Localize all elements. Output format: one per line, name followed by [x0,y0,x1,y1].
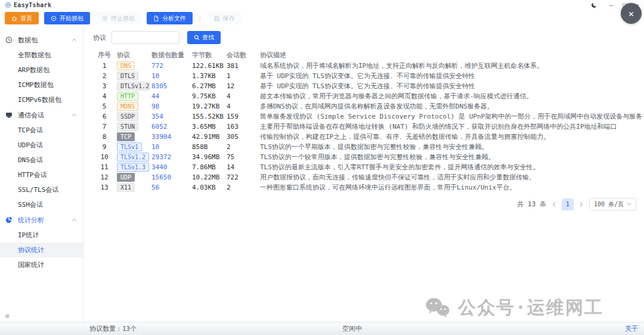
session-count-cell: 159 [225,111,259,122]
table-row: 2DTLS101.37KB1基于 UDP实现的 TLS协议变体。它为无连接、不可… [93,71,642,81]
prev-page-icon[interactable] [552,201,556,207]
session-count-cell: 163 [225,122,259,132]
sidebar-item[interactable]: 全部数据包 [0,48,83,63]
packet-count-link[interactable]: 3440 [151,163,168,171]
sidebar-item[interactable]: HTTP会话 [0,168,83,182]
minimize-button[interactable]: – [609,2,613,8]
packet-count-link[interactable]: 44 [151,92,159,100]
sidebar-item[interactable]: 协议统计 [0,243,83,258]
start-capture-button[interactable]: 开始抓包 [44,12,90,24]
packet-count-link[interactable]: 15650 [151,173,171,181]
packet-count-link[interactable]: 33904 [151,133,171,141]
sidebar-item[interactable]: TCP会话 [0,123,83,138]
next-page-icon[interactable] [579,201,584,207]
byte-count-cell: 10.22MB [191,172,225,182]
watermark-text: 公众号·运维网工 [458,296,603,320]
table-header-row: 序号协议数据包数量字节数会话数协议描述 [93,49,642,61]
protocol-description-cell: 简单服务发现协议 (Simple Service Discovery Proto… [259,111,642,122]
search-label: 协议 [93,33,106,42]
protocol-description-cell: 一种图形窗口系统协议，可在网络环境中运行远程图形界面，常用于Linux/Unix… [259,182,642,193]
table-row: 13X11564.03KB2一种图形窗口系统协议，可在网络环境中运行远程图形界面… [93,182,642,193]
protocol-cell: STUN [116,122,150,132]
app-window: EasyTshark – □ ✕ 首页 开始抓包 停止抓包 分析文件 | [0,0,644,335]
row-index: 2 [93,71,116,81]
main-panel: 协议 查找 序号协议数据包数量字节数会话数协议描述 1DNS772122.61K… [83,26,644,322]
protocol-badge: TLSv1 [117,142,142,151]
about-link[interactable]: 关于 [625,324,638,333]
byte-count-cell: 34.96MB [191,152,225,162]
byte-count-cell: 122.61KB [191,61,225,71]
sidebar-item[interactable]: SSH会话 [0,197,83,212]
packet-count-link[interactable]: 56 [151,184,159,191]
sidebar-item[interactable]: ICMPv6数据包 [0,92,83,107]
session-count-cell: 305 [225,132,259,142]
packet-count-link[interactable]: 29372 [151,153,171,161]
session-count-cell: 4 [225,101,259,111]
analyze-file-button[interactable]: 分析文件 [147,12,193,24]
byte-count-cell: 42.91MB [191,132,225,142]
stop-icon [102,15,108,21]
packet-count-cell: 6052 [150,122,191,132]
session-count-cell: 2 [225,142,259,152]
packet-count-link[interactable]: 98 [151,103,159,110]
stop-capture-button: 停止抓包 [95,12,141,24]
sidebar-group-1[interactable]: 通信会话 [0,107,83,123]
packet-count-link[interactable]: 354 [151,113,163,120]
row-index: 8 [93,132,116,142]
packet-count-cell: 8305 [150,81,191,91]
table-row: 12UDP1565010.22MB722用户数据报协议，面向无连接，传输速度快但… [93,172,642,182]
sidebar-group-0[interactable]: 数据包 [0,32,83,48]
save-button: 保存 [208,12,242,24]
sidebar-item[interactable]: ARP数据包 [0,63,83,77]
protocol-description-cell: TLS协议的一个早期版本，提供数据加密与完整性校验，兼容性与安全性兼顾。 [259,142,642,152]
sidebar-item[interactable]: DNS会话 [0,153,83,168]
packet-count-cell: 3440 [150,162,191,172]
byte-count-cell: 19.27KB [191,101,225,111]
packet-count-link[interactable]: 8305 [151,82,168,90]
idle-status: 空闲中 [342,324,362,333]
row-index: 5 [93,101,116,111]
home-button[interactable]: 首页 [5,12,39,24]
moon-icon [591,2,597,8]
byte-count-cell: 4.03KB [191,182,225,193]
protocol-description-cell: 传输控制协议，构建在IP之上，提供可靠、有序、无差错的数据传输，并具备流量与拥塞… [259,132,642,142]
sidebar-group-label: 数据包 [18,36,72,45]
sidebar-item[interactable]: IP统计 [0,228,83,243]
session-count-cell: 2 [225,182,259,193]
collapse-sidebar-icon[interactable]: ≡ [5,312,10,320]
column-header: 会话数 [225,49,259,61]
packet-count-link[interactable]: 10 [151,72,159,80]
column-header: 序号 [93,49,116,61]
packet-count-link[interactable]: 6052 [151,123,168,131]
search-button[interactable]: 查找 [187,31,221,44]
row-index: 10 [93,152,116,162]
protocol-search-input[interactable] [112,31,179,44]
byte-count-cell: 155.52KB [191,111,225,122]
session-count-cell: 1 [225,71,259,81]
sidebar-item[interactable]: UDP会话 [0,138,83,153]
sidebar-group-2[interactable]: 统计分析 [0,212,83,228]
page-number[interactable]: 1 [562,198,574,210]
status-bar: 协议数量：13个 空闲中 关于 [0,322,644,335]
protocol-cell: DTLSv1.2 [116,81,150,91]
packet-count-link[interactable]: 772 [151,62,163,70]
packet-count-cell: 98 [150,101,191,111]
row-index: 9 [93,142,116,152]
sidebar-item[interactable]: ICMP数据包 [0,77,83,92]
column-header: 字节数 [191,49,225,61]
packet-count-link[interactable]: 10 [151,143,159,151]
table-row: 3DTLSv1.283056.27MB12基于 UDP实现的 TLS协议变体。它… [93,81,642,91]
table-row: 1DNS772122.61KB381域名系统协议，用于将域名解析为IP地址，支持… [93,61,642,71]
overlay-close-button[interactable]: ✕ [621,3,642,24]
row-index: 12 [93,172,116,182]
table-row: 11TLSv1.334407.86MB14TLS协议的最新主流版本，引入零RTT… [93,162,642,172]
sidebar-item[interactable]: SSL/TLS会话 [0,182,83,197]
protocol-table: 序号协议数据包数量字节数会话数协议描述 1DNS772122.61KB381域名… [93,49,642,193]
sidebar-item[interactable]: 国家统计 [0,258,83,272]
protocol-cell: DNS [116,61,150,71]
chevron-up-icon [72,38,77,42]
page-size-select[interactable]: 100 条/页 [589,198,636,210]
protocol-cell: TCP [116,132,150,142]
chevron-down-icon [627,203,631,206]
dark-mode-toggle[interactable] [591,2,597,8]
